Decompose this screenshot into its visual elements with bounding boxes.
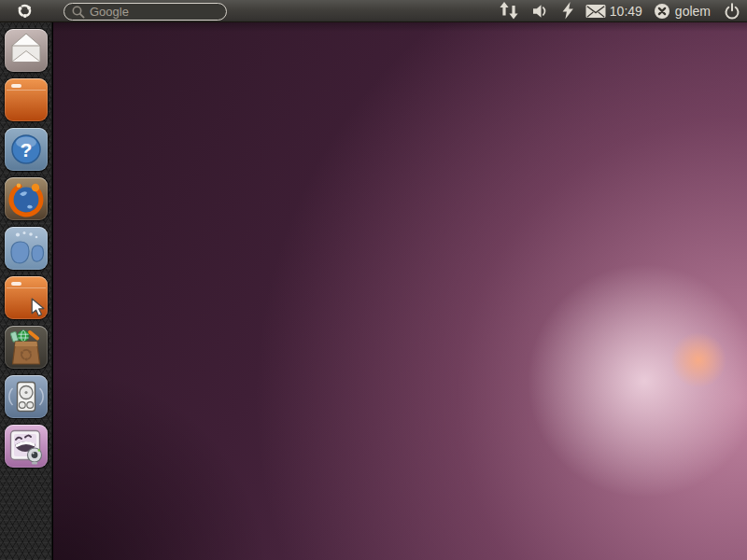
empathy-chat-icon	[5, 227, 48, 270]
power-bolt-icon[interactable]	[562, 2, 574, 20]
launcher-item-music[interactable]	[5, 375, 48, 418]
search-box[interactable]	[63, 3, 227, 21]
launcher-item-cheese[interactable]	[5, 425, 48, 468]
launcher-item-empathy[interactable]	[5, 227, 48, 270]
network-updown-icon[interactable]	[500, 2, 518, 20]
launcher-item-mail[interactable]	[5, 29, 48, 72]
user-status-offline-icon[interactable]	[654, 3, 670, 20]
cursor-icon	[31, 298, 45, 317]
clock[interactable]: 10:49	[610, 4, 642, 19]
desktop-wallpaper	[53, 22, 747, 560]
ubuntu-logo-icon[interactable]	[16, 2, 34, 20]
firefox-browser-icon	[5, 177, 48, 220]
volume-icon[interactable]	[532, 3, 548, 20]
power-button-icon[interactable]	[723, 2, 741, 21]
launcher-item-home-folder[interactable]	[5, 78, 48, 121]
launcher-item-file-manager[interactable]	[5, 276, 48, 319]
launcher-item-firefox[interactable]	[5, 177, 48, 220]
search-input[interactable]	[85, 5, 226, 20]
mail-icon	[5, 29, 48, 72]
music-player-icon	[5, 375, 48, 418]
software-center-icon	[5, 326, 48, 369]
top-panel: 10:49 golem	[0, 0, 747, 22]
launcher-sidebar: ?	[0, 22, 52, 560]
search-icon	[72, 6, 85, 19]
help-icon: ?	[5, 128, 48, 171]
launcher-item-help[interactable]: ?	[5, 128, 48, 171]
indicator-area: 10:49 golem	[500, 0, 741, 21]
username[interactable]: golem	[675, 4, 711, 19]
desktop-screen: 10:49 golem	[0, 0, 747, 560]
cheese-webcam-icon	[5, 425, 48, 468]
launcher-item-software-center[interactable]	[5, 326, 48, 369]
svg-text:?: ?	[20, 139, 32, 161]
messages-envelope-icon[interactable]	[585, 4, 606, 19]
